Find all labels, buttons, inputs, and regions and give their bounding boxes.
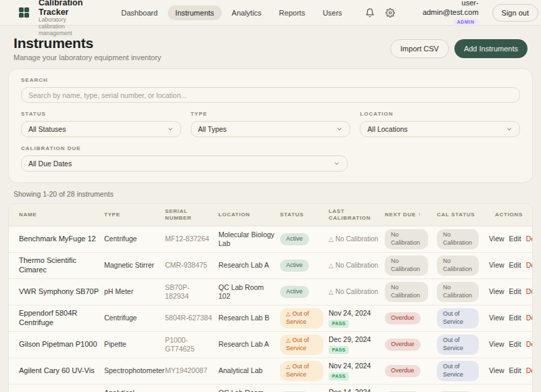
cell-name: Benchmark MyFuge 12 <box>19 235 104 244</box>
cell-status: △Out of Service <box>280 335 329 354</box>
delete-link[interactable]: Delete <box>526 366 533 374</box>
nav-item-reports[interactable]: Reports <box>272 5 313 20</box>
pass-badge: PASS <box>329 320 349 328</box>
filter-row-2: Calibration Due All Due Dates <box>21 145 520 172</box>
table-row: Thermo Scientific CimarecMagnetic Stirre… <box>9 253 532 279</box>
cell-type: Centrifuge <box>104 235 165 243</box>
cell-name: Eppendorf 5804R Centrifuge <box>19 309 104 328</box>
edit-link[interactable]: Edit <box>509 261 521 269</box>
warning-triangle-icon: △ <box>286 337 290 343</box>
view-link[interactable]: View <box>489 340 504 348</box>
calibration-due-filter-label: Calibration Due <box>21 145 348 151</box>
sign-out-button[interactable]: Sign out <box>492 4 538 22</box>
next-due-badge: No Calibration <box>385 282 428 301</box>
delete-link[interactable]: Delete <box>526 261 533 269</box>
pass-badge: PASS <box>329 372 349 381</box>
pass-badge: PASS <box>329 346 349 354</box>
type-select[interactable]: All Types <box>191 121 351 137</box>
status-badge: Active <box>280 260 309 272</box>
chevron-down-icon <box>336 126 343 132</box>
cal-status-badge: No Calibration <box>437 255 479 275</box>
cell-location: Research Lab A <box>218 340 280 349</box>
nav-item-instruments[interactable]: Instruments <box>168 5 221 20</box>
view-link[interactable]: View <box>489 366 504 374</box>
delete-link[interactable]: Delete <box>526 287 533 295</box>
app-title: Equipment Calibration Tracker <box>39 0 83 17</box>
view-link[interactable]: View <box>489 261 504 269</box>
cell-next-due: Overdue <box>385 365 437 377</box>
main-nav: DashboardInstrumentsAnalyticsReportsUser… <box>114 5 350 20</box>
table-row: Mettler Toledo XPE205Analytical BalanceB… <box>9 385 532 392</box>
user-block: user-admin@test.com ADMIN <box>423 0 479 26</box>
cell-actions: ViewEditDelete <box>484 340 533 349</box>
no-calibration-flag: △No Calibration <box>329 235 378 243</box>
cell-type: pH Meter <box>104 287 165 296</box>
admin-role-badge: ADMIN <box>453 18 479 26</box>
warning-triangle-icon: △ <box>286 364 290 370</box>
calibration-due-select-value: All Due Dates <box>28 160 72 168</box>
bell-icon[interactable] <box>364 7 375 18</box>
status-badge: △Out of Service <box>280 308 323 328</box>
instruments-table: NameTypeSerial NumberLocationStatusLast … <box>8 203 533 392</box>
warning-triangle-icon: △ <box>329 236 333 243</box>
cell-serial: MF12-837264 <box>165 235 218 243</box>
column-header: Last Calibration <box>329 208 385 222</box>
status-filter-label: Status <box>21 111 181 117</box>
edit-link[interactable]: Edit <box>509 366 521 374</box>
edit-link[interactable]: Edit <box>509 340 521 348</box>
cell-status: Active <box>280 233 329 245</box>
view-link[interactable]: View <box>489 287 504 295</box>
delete-link[interactable]: Delete <box>526 340 533 348</box>
page-subtitle: Manage your laboratory equipment invento… <box>14 53 161 62</box>
last-calibration-date: Dec 29, 2024 <box>329 335 379 344</box>
edit-link[interactable]: Edit <box>509 235 521 243</box>
next-due-badge: No Calibration <box>385 229 428 249</box>
last-calibration-date: Nov 24, 2024 <box>329 362 379 370</box>
page-title-block: Instruments Manage your laboratory equip… <box>14 35 161 62</box>
cell-status: Active <box>280 286 329 298</box>
cell-cal-status: Out of Service <box>437 308 484 328</box>
cell-next-due: Overdue <box>385 339 437 351</box>
view-link[interactable]: View <box>489 235 504 243</box>
no-calibration-flag: △No Calibration <box>329 262 378 269</box>
last-calibration-date: Dec 14, 2024 <box>329 388 379 392</box>
cell-cal-status: No Calibration <box>437 255 484 275</box>
location-select[interactable]: All Locations <box>360 121 520 137</box>
cell-type: Magnetic Stirrer <box>104 261 165 270</box>
cell-cal-status: Out of Service <box>437 361 484 381</box>
cell-next-due: No Calibration <box>385 255 437 275</box>
calibration-due-select[interactable]: All Due Dates <box>21 155 348 172</box>
top-bar: Equipment Calibration Tracker Laboratory… <box>0 0 541 26</box>
cal-status-badge: Out of Service <box>437 361 479 381</box>
cell-type: Pipette <box>104 340 165 349</box>
status-filter: Status All Statuses <box>21 111 181 137</box>
cell-last-calibration: Dec 14, 2024PASS <box>329 388 385 392</box>
cell-last-calibration: △No Calibration <box>329 287 385 297</box>
page-actions: Import CSV Add Instruments <box>390 39 527 58</box>
cal-status-badge: No Calibration <box>437 282 479 301</box>
view-link[interactable]: View <box>489 314 504 322</box>
location-filter: Location All Locations <box>360 111 520 137</box>
cell-serial: CMR-938475 <box>165 261 218 270</box>
nav-item-analytics[interactable]: Analytics <box>225 5 269 20</box>
status-select[interactable]: All Statuses <box>21 121 181 137</box>
next-due-badge: Overdue <box>385 365 421 377</box>
search-input[interactable] <box>21 87 520 103</box>
cell-last-calibration: △No Calibration <box>329 235 385 244</box>
cell-actions: ViewEditDelete <box>484 314 533 323</box>
cell-serial: P1000-GT74625 <box>165 336 218 353</box>
chevron-down-icon <box>506 126 513 132</box>
nav-item-users[interactable]: Users <box>315 5 350 20</box>
nav-item-dashboard[interactable]: Dashboard <box>114 5 165 20</box>
gear-icon[interactable] <box>385 7 396 18</box>
edit-link[interactable]: Edit <box>509 287 521 295</box>
add-instruments-button[interactable]: Add Instruments <box>454 39 527 58</box>
cell-actions: ViewEditDelete <box>484 235 533 244</box>
delete-link[interactable]: Delete <box>526 235 533 243</box>
edit-link[interactable]: Edit <box>509 314 521 322</box>
type-filter: Type All Types <box>191 111 351 137</box>
cell-status: △Out of Service <box>280 308 329 328</box>
delete-link[interactable]: Delete <box>526 314 533 322</box>
import-csv-button[interactable]: Import CSV <box>390 39 449 58</box>
cell-location: QC Lab Room 102 <box>218 283 280 301</box>
